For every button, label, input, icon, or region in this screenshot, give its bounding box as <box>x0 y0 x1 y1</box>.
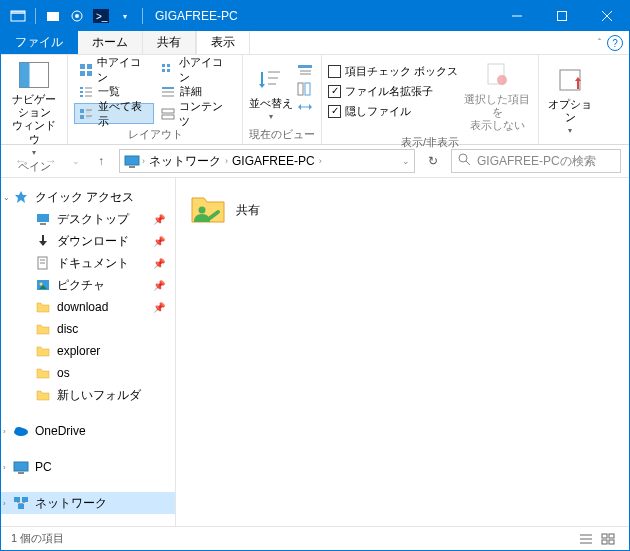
hide-selected-button[interactable]: 選択した項目を 表示しない <box>462 59 532 133</box>
svg-rect-87 <box>609 540 614 544</box>
sizecolumns-icon[interactable] <box>297 99 313 115</box>
sidebar-item-download[interactable]: download📌 <box>1 296 175 318</box>
sidebar-item-desktop[interactable]: デスクトップ📌 <box>1 208 175 230</box>
desktop-icon <box>35 211 51 227</box>
svg-marker-49 <box>298 104 301 110</box>
sidebar-item-explorer[interactable]: explorer <box>1 340 175 362</box>
svg-rect-36 <box>162 109 174 113</box>
svg-rect-86 <box>602 540 607 544</box>
ribbon-group-pane: ナビゲーション ウィンドウ ▾ ペイン <box>1 55 68 144</box>
hide-selected-icon <box>481 59 513 91</box>
small-icons-icon <box>160 62 175 78</box>
check-extensions[interactable]: ✓ファイル名拡張子 <box>328 81 458 101</box>
layout-medium-button[interactable]: 中アイコン <box>74 59 154 80</box>
sidebar-item-os[interactable]: os <box>1 362 175 384</box>
ribbon: ナビゲーション ウィンドウ ▾ ペイン 中アイコン 小アイコン 一覧 詳細 並べ… <box>1 55 629 145</box>
details-icon <box>160 84 176 100</box>
chevron-right-icon[interactable]: › <box>3 427 6 436</box>
chevron-right-icon[interactable]: › <box>3 463 6 472</box>
groupby-icon[interactable] <box>297 63 313 79</box>
tab-home[interactable]: ホーム <box>78 31 143 54</box>
item-label: 共有 <box>236 202 260 219</box>
svg-rect-57 <box>129 166 135 168</box>
content-icon <box>160 106 175 122</box>
check-hidden[interactable]: ✓隠しファイル <box>328 101 458 121</box>
sidebar-item-downloads[interactable]: ダウンロード📌 <box>1 230 175 252</box>
address-dropdown-icon[interactable]: ⌄ <box>402 156 410 166</box>
close-button[interactable] <box>584 1 629 31</box>
forward-button[interactable]: → <box>39 149 63 173</box>
layout-content-button[interactable]: コンテンツ <box>156 103 236 124</box>
qat-explorer-icon[interactable] <box>7 5 29 27</box>
sidebar-item-onedrive[interactable]: › OneDrive <box>1 420 175 442</box>
chevron-right-icon[interactable]: › <box>225 156 228 166</box>
refresh-button[interactable]: ↻ <box>421 149 445 173</box>
search-input[interactable]: GIGAFREE-PCの検索 <box>451 149 621 173</box>
maximize-button[interactable] <box>539 1 584 31</box>
check-itemboxes[interactable]: 項目チェック ボックス <box>328 61 458 81</box>
svg-marker-39 <box>259 84 265 88</box>
details-view-button[interactable] <box>575 529 597 549</box>
sort-icon <box>255 63 287 95</box>
content-area[interactable]: 共有 <box>176 178 629 526</box>
status-text: 1 個の項目 <box>11 531 64 546</box>
svg-rect-33 <box>80 115 84 119</box>
qat-properties-icon[interactable] <box>66 5 88 27</box>
qat-dropdown-icon[interactable]: ▾ <box>114 5 136 27</box>
up-button[interactable]: ↑ <box>89 149 113 173</box>
tab-share[interactable]: 共有 <box>143 31 196 54</box>
chevron-down-icon[interactable]: ⌄ <box>3 193 10 202</box>
sidebar-item-documents[interactable]: ドキュメント📌 <box>1 252 175 274</box>
svg-marker-60 <box>15 191 27 203</box>
collapse-ribbon-icon[interactable]: ˆ <box>598 37 601 47</box>
svg-rect-74 <box>18 472 24 474</box>
qat-newfolder-icon[interactable] <box>42 5 64 27</box>
breadcrumb[interactable]: › ネットワーク › GIGAFREE-PC › ⌄ <box>119 149 415 173</box>
sidebar-item-pc[interactable]: › PC <box>1 456 175 478</box>
options-icon <box>554 64 586 96</box>
pc-icon <box>124 153 140 169</box>
chevron-right-icon[interactable]: › <box>319 156 322 166</box>
checkbox-unchecked-icon <box>328 65 341 78</box>
svg-rect-37 <box>162 115 174 119</box>
tab-view[interactable]: 表示 <box>196 31 250 54</box>
ribbon-group-layout-label: レイアウト <box>74 125 236 142</box>
tab-file[interactable]: ファイル <box>1 31 78 54</box>
navigation-tree: ⌄ クイック アクセス デスクトップ📌 ダウンロード📌 ドキュメント📌 ピクチャ… <box>1 178 176 526</box>
checkbox-checked-icon: ✓ <box>328 105 341 118</box>
svg-marker-64 <box>39 241 47 246</box>
address-bar: ← → ⌄ ↑ › ネットワーク › GIGAFREE-PC › ⌄ ↻ GIG… <box>1 145 629 177</box>
help-icon[interactable]: ? <box>607 35 623 51</box>
sort-button[interactable]: 並べ替え ▾ <box>249 59 293 125</box>
minimize-button[interactable] <box>494 1 539 31</box>
checkbox-checked-icon: ✓ <box>328 85 341 98</box>
layout-tiles-button[interactable]: 並べて表示 <box>74 103 154 124</box>
sidebar-item-quickaccess[interactable]: ⌄ クイック アクセス <box>1 186 175 208</box>
svg-rect-43 <box>298 65 312 68</box>
ribbon-tabs: ファイル ホーム 共有 表示 ˆ ? <box>1 31 629 55</box>
sidebar-item-newfolder[interactable]: 新しいフォルダ <box>1 384 175 406</box>
addcolumn-icon[interactable] <box>297 81 313 97</box>
folder-icon <box>35 299 51 315</box>
navigation-pane-button[interactable]: ナビゲーション ウィンドウ ▾ <box>7 59 61 157</box>
item-shared-folder[interactable]: 共有 <box>188 190 388 230</box>
recent-dropdown[interactable]: ⌄ <box>69 149 83 173</box>
options-button[interactable]: オプション ▾ <box>545 59 595 140</box>
sidebar-item-pictures[interactable]: ピクチャ📌 <box>1 274 175 296</box>
chevron-right-icon[interactable]: › <box>142 156 145 166</box>
svg-rect-12 <box>20 63 30 88</box>
breadcrumb-network[interactable]: ネットワーク <box>147 153 223 170</box>
qat-powershell-icon[interactable]: >_ <box>90 5 112 27</box>
svg-rect-16 <box>87 71 92 76</box>
svg-text:>_: >_ <box>96 11 108 22</box>
svg-rect-56 <box>125 156 139 165</box>
sidebar-item-network[interactable]: › ネットワーク <box>1 492 175 514</box>
chevron-right-icon[interactable]: › <box>3 499 6 508</box>
search-placeholder: GIGAFREE-PCの検索 <box>477 153 596 170</box>
sidebar-item-disc[interactable]: disc <box>1 318 175 340</box>
layout-small-button[interactable]: 小アイコン <box>156 59 236 80</box>
medium-icons-icon <box>78 62 93 78</box>
back-button[interactable]: ← <box>9 149 33 173</box>
breadcrumb-pc[interactable]: GIGAFREE-PC <box>230 154 317 168</box>
largeicons-view-button[interactable] <box>597 529 619 549</box>
